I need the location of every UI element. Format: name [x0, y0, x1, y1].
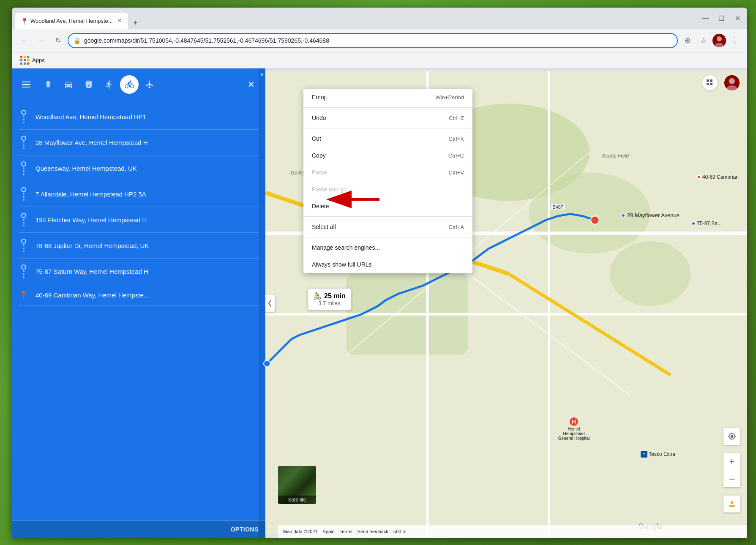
back-button[interactable]: ←: [17, 33, 31, 48]
travel-modes-row: [39, 75, 159, 94]
waypoint-text: 75-87 Saturn Way, Hemel Hempstead H: [35, 268, 148, 275]
zoom-out-button[interactable]: –: [723, 470, 740, 487]
bookmark-button[interactable]: ☆: [696, 33, 711, 48]
mode-bicycle-button[interactable]: [120, 75, 139, 94]
send-feedback-link[interactable]: Send feedback: [358, 529, 388, 534]
menu-divider: [303, 216, 472, 217]
waypoint-item[interactable]: Woodland Ave, Hemel Hempstead HP1: [19, 104, 259, 130]
waypoint-text: 78-68 Jupiter Dr, Hemel Hempstead, UK: [35, 242, 149, 249]
context-menu-manage-search[interactable]: Manage search engines...: [303, 239, 472, 256]
menu-divider: [303, 107, 472, 108]
time-badge: 🚴 25 min 3.7 miles: [308, 288, 351, 310]
waypoint-item[interactable]: Queensway, Hemel Hempstead, UK: [19, 155, 259, 181]
map-grid-view-button[interactable]: [702, 75, 718, 90]
mode-flight-button[interactable]: [140, 75, 159, 94]
waypoint-circle: [21, 110, 26, 115]
address-bar-container[interactable]: 🔒 google.com/maps/dir/51.7510054,-0.4847…: [68, 33, 678, 48]
mode-directions-button[interactable]: [39, 75, 57, 94]
map-data-label: Map data ©2021: [283, 529, 318, 534]
tab-close-button[interactable]: ✕: [116, 17, 123, 24]
waypoint-connector: [23, 116, 25, 123]
zoom-controls: + –: [723, 453, 740, 487]
minimize-button[interactable]: —: [699, 12, 712, 25]
waypoint-connector: [23, 167, 25, 175]
waypoint-item[interactable]: 194 Fletcher Way, Hemel Hempstead H: [19, 207, 259, 233]
forward-button[interactable]: →: [34, 33, 48, 48]
person-icon: [728, 500, 736, 508]
browser-toolbar: ← → ↻ 🔒 google.com/maps/dir/51.7510054,-…: [12, 29, 747, 52]
address-bar[interactable]: google.com/maps/dir/51.7510054,-0.484764…: [84, 37, 672, 44]
waypoint-item[interactable]: 75-87 Saturn Way, Hemel Hempstead H: [19, 259, 259, 284]
svg-point-7: [610, 241, 691, 306]
apps-label: Apps: [32, 57, 45, 63]
scroll-down-arrow[interactable]: ▼: [259, 72, 265, 78]
waypoint-circle: [21, 187, 26, 192]
waypoint-item[interactable]: 7 Allandale, Hemel Hempstead HP2 5A: [19, 181, 259, 207]
sidebar-close-button[interactable]: ✕: [243, 77, 259, 92]
cast-button[interactable]: ⊕: [680, 33, 695, 48]
waypoint-mid-icon: [19, 264, 29, 278]
map-profile-avatar[interactable]: [724, 75, 740, 90]
tab-area: 📍 Woodland Ave, Hemel Hempste... ✕ +: [15, 8, 699, 29]
copy-label: Copy: [312, 152, 326, 159]
my-location-button[interactable]: [723, 428, 740, 445]
waypoint-connector: [23, 270, 25, 278]
waypoint-connector: [23, 193, 25, 201]
context-menu-emoji[interactable]: Emoji Win+Period: [303, 89, 472, 106]
connector-dot: [23, 199, 25, 201]
refresh-button[interactable]: ↻: [51, 33, 65, 48]
tesco-extra-label: T Tesco Extra: [641, 451, 675, 458]
apps-button[interactable]: Apps: [17, 54, 48, 67]
mode-transit-button[interactable]: [79, 75, 98, 94]
maximize-button[interactable]: ☐: [715, 12, 728, 25]
connector-dot: [23, 225, 25, 226]
svg-point-24: [729, 78, 735, 84]
street-view-button[interactable]: [723, 496, 740, 512]
context-menu-delete[interactable]: Delete: [303, 198, 472, 215]
hamburger-menu-button[interactable]: [19, 77, 34, 92]
context-menu-undo[interactable]: Undo Ctrl+Z: [303, 109, 472, 126]
mode-walk-button[interactable]: [100, 75, 118, 94]
paste-label: Paste: [312, 169, 327, 176]
cambrian-way-label: 40-69 Cambrian: [697, 174, 739, 180]
svg-rect-19: [707, 79, 709, 82]
zoom-in-button[interactable]: +: [723, 453, 740, 470]
menu-button[interactable]: ⋮: [728, 33, 742, 48]
scale-label: 500 m: [393, 529, 407, 534]
waypoint-text: 40-69 Cambrian Way, Hemel Hempste...: [35, 292, 149, 299]
waypoint-mid-icon: [19, 161, 29, 175]
waypoint-circle: [21, 161, 26, 166]
avatar-image: [712, 34, 726, 47]
undo-label: Undo: [312, 114, 326, 121]
hospital-label: H Hemel Hempstead General Hospital: [557, 417, 591, 441]
waypoint-item[interactable]: 28 Mayflower Ave, Hemel Hempstead H: [19, 130, 259, 155]
mode-car-button[interactable]: [59, 75, 78, 94]
terms-link[interactable]: Terms: [340, 529, 352, 534]
hamburger-icon: [22, 82, 30, 87]
connector-dot: [23, 248, 25, 249]
new-tab-button[interactable]: +: [130, 17, 142, 29]
context-menu-show-full-urls[interactable]: Always show full URLs: [303, 256, 472, 273]
apps-dot: [27, 56, 29, 58]
menu-divider: [303, 237, 472, 237]
satellite-thumbnail[interactable]: Satellite: [278, 466, 316, 504]
undo-shortcut: Ctrl+Z: [449, 115, 464, 121]
location-target-icon: [728, 432, 736, 441]
waypoint-item[interactable]: 📍 40-69 Cambrian Way, Hemel Hempste...: [19, 284, 259, 306]
svg-rect-21: [707, 83, 709, 85]
menu-divider: [303, 128, 472, 128]
context-menu-copy[interactable]: Copy Ctrl+C: [303, 147, 472, 164]
apps-dot: [24, 63, 26, 65]
waypoint-item[interactable]: 78-68 Jupiter Dr, Hemel Hempstead, UK: [19, 233, 259, 259]
time-badge-title: 🚴 25 min: [313, 292, 346, 300]
context-menu-cut[interactable]: Cut Ctrl+X: [303, 130, 472, 147]
profile-avatar[interactable]: [712, 34, 726, 47]
map-collapse-button[interactable]: [265, 295, 275, 312]
context-menu-select-all[interactable]: Select all Ctrl+A: [303, 218, 472, 235]
close-button[interactable]: ✕: [731, 12, 744, 25]
map-footer-bar: Map data ©2021 Spain Terms Send feedback…: [278, 525, 747, 538]
waypoint-connector: [23, 245, 25, 252]
options-button[interactable]: OPTIONS: [19, 526, 259, 533]
browser-tab[interactable]: 📍 Woodland Ave, Hemel Hempste... ✕: [15, 13, 128, 29]
destination-marker-dot: [697, 175, 701, 179]
